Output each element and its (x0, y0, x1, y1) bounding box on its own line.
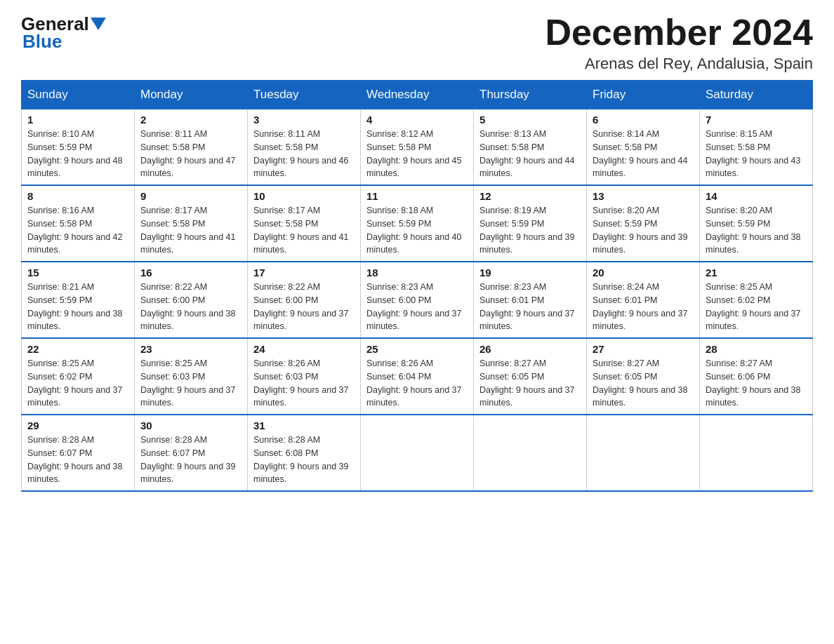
day-info: Sunrise: 8:11 AMSunset: 5:58 PMDaylight:… (253, 128, 355, 180)
day-number: 4 (366, 114, 468, 126)
day-info: Sunrise: 8:16 AMSunset: 5:58 PMDaylight:… (27, 204, 128, 257)
calendar-cell: 3Sunrise: 8:11 AMSunset: 5:58 PMDaylight… (248, 109, 361, 186)
weekday-header-row: SundayMondayTuesdayWednesdayThursdayFrid… (22, 81, 813, 109)
calendar-cell: 9Sunrise: 8:17 AMSunset: 5:58 PMDaylight… (135, 185, 248, 262)
day-number: 23 (140, 343, 241, 355)
weekday-header-wednesday: Wednesday (361, 81, 474, 109)
day-number: 29 (27, 420, 128, 431)
calendar-cell: 5Sunrise: 8:13 AMSunset: 5:58 PMDaylight… (474, 109, 587, 186)
day-number: 7 (706, 114, 807, 126)
day-number: 12 (479, 190, 581, 202)
calendar-cell: 4Sunrise: 8:12 AMSunset: 5:58 PMDaylight… (361, 109, 474, 186)
calendar-cell: 18Sunrise: 8:23 AMSunset: 6:00 PMDayligh… (361, 262, 474, 338)
day-number: 10 (253, 190, 355, 202)
calendar-cell (474, 415, 587, 491)
month-title: December 2024 (545, 14, 813, 51)
calendar-cell: 27Sunrise: 8:27 AMSunset: 6:05 PMDayligh… (587, 338, 700, 415)
day-number: 25 (366, 343, 468, 355)
calendar-cell: 20Sunrise: 8:24 AMSunset: 6:01 PMDayligh… (587, 262, 700, 338)
day-info: Sunrise: 8:26 AMSunset: 6:04 PMDaylight:… (366, 357, 468, 410)
day-info: Sunrise: 8:23 AMSunset: 6:00 PMDaylight:… (366, 281, 468, 333)
day-info: Sunrise: 8:23 AMSunset: 6:01 PMDaylight:… (479, 281, 581, 333)
weekday-header-sunday: Sunday (22, 81, 135, 109)
calendar-cell: 19Sunrise: 8:23 AMSunset: 6:01 PMDayligh… (474, 262, 587, 338)
calendar-cell: 13Sunrise: 8:20 AMSunset: 5:59 PMDayligh… (587, 185, 700, 262)
day-info: Sunrise: 8:25 AMSunset: 6:02 PMDaylight:… (27, 357, 128, 410)
calendar-cell: 16Sunrise: 8:22 AMSunset: 6:00 PMDayligh… (135, 262, 248, 338)
day-number: 26 (479, 343, 581, 355)
calendar-cell: 2Sunrise: 8:11 AMSunset: 5:58 PMDaylight… (135, 109, 248, 186)
weekday-header-friday: Friday (587, 81, 700, 109)
day-info: Sunrise: 8:27 AMSunset: 6:05 PMDaylight:… (479, 357, 581, 410)
day-info: Sunrise: 8:14 AMSunset: 5:58 PMDaylight:… (593, 128, 694, 180)
day-number: 16 (140, 267, 241, 279)
calendar-cell: 28Sunrise: 8:27 AMSunset: 6:06 PMDayligh… (700, 338, 813, 415)
day-number: 27 (593, 343, 694, 355)
calendar-cell: 31Sunrise: 8:28 AMSunset: 6:08 PMDayligh… (248, 415, 361, 491)
calendar-cell: 22Sunrise: 8:25 AMSunset: 6:02 PMDayligh… (22, 338, 135, 415)
weekday-header-tuesday: Tuesday (248, 81, 361, 109)
day-number: 31 (253, 420, 355, 431)
calendar-cell: 12Sunrise: 8:19 AMSunset: 5:59 PMDayligh… (474, 185, 587, 262)
calendar-week-row: 1Sunrise: 8:10 AMSunset: 5:59 PMDaylight… (22, 109, 813, 186)
day-number: 1 (27, 114, 128, 126)
day-info: Sunrise: 8:17 AMSunset: 5:58 PMDaylight:… (140, 204, 241, 257)
day-info: Sunrise: 8:21 AMSunset: 5:59 PMDaylight:… (27, 281, 128, 333)
day-number: 18 (366, 267, 468, 279)
calendar-cell (700, 415, 813, 491)
day-info: Sunrise: 8:22 AMSunset: 6:00 PMDaylight:… (140, 281, 241, 333)
calendar-cell: 10Sunrise: 8:17 AMSunset: 5:58 PMDayligh… (248, 185, 361, 262)
calendar-cell: 6Sunrise: 8:14 AMSunset: 5:58 PMDaylight… (587, 109, 700, 186)
title-block: December 2024 Arenas del Rey, Andalusia,… (545, 14, 813, 73)
calendar-cell: 17Sunrise: 8:22 AMSunset: 6:00 PMDayligh… (248, 262, 361, 338)
calendar-week-row: 8Sunrise: 8:16 AMSunset: 5:58 PMDaylight… (22, 185, 813, 262)
day-info: Sunrise: 8:20 AMSunset: 5:59 PMDaylight:… (706, 204, 807, 257)
day-info: Sunrise: 8:11 AMSunset: 5:58 PMDaylight:… (140, 128, 241, 180)
day-info: Sunrise: 8:20 AMSunset: 5:59 PMDaylight:… (593, 204, 694, 257)
logo: General Blue (21, 14, 106, 51)
svg-marker-0 (91, 18, 106, 30)
calendar-cell: 26Sunrise: 8:27 AMSunset: 6:05 PMDayligh… (474, 338, 587, 415)
day-number: 5 (479, 114, 581, 126)
day-info: Sunrise: 8:12 AMSunset: 5:58 PMDaylight:… (366, 128, 468, 180)
calendar-cell: 14Sunrise: 8:20 AMSunset: 5:59 PMDayligh… (700, 185, 813, 262)
page-header: General Blue December 2024 Arenas del Re… (21, 14, 813, 73)
day-number: 17 (253, 267, 355, 279)
calendar-week-row: 29Sunrise: 8:28 AMSunset: 6:07 PMDayligh… (22, 415, 813, 491)
day-info: Sunrise: 8:25 AMSunset: 6:02 PMDaylight:… (706, 281, 807, 333)
calendar-week-row: 22Sunrise: 8:25 AMSunset: 6:02 PMDayligh… (22, 338, 813, 415)
logo-blue-text: Blue (22, 32, 106, 52)
calendar-cell: 11Sunrise: 8:18 AMSunset: 5:59 PMDayligh… (361, 185, 474, 262)
weekday-header-saturday: Saturday (700, 81, 813, 109)
day-info: Sunrise: 8:13 AMSunset: 5:58 PMDaylight:… (479, 128, 581, 180)
day-info: Sunrise: 8:15 AMSunset: 5:58 PMDaylight:… (706, 128, 807, 180)
day-number: 8 (27, 190, 128, 202)
day-number: 20 (593, 267, 694, 279)
day-info: Sunrise: 8:22 AMSunset: 6:00 PMDaylight:… (253, 281, 355, 333)
calendar-cell: 30Sunrise: 8:28 AMSunset: 6:07 PMDayligh… (135, 415, 248, 491)
calendar-cell: 7Sunrise: 8:15 AMSunset: 5:58 PMDaylight… (700, 109, 813, 186)
day-info: Sunrise: 8:17 AMSunset: 5:58 PMDaylight:… (253, 204, 355, 257)
calendar-cell: 1Sunrise: 8:10 AMSunset: 5:59 PMDaylight… (22, 109, 135, 186)
day-info: Sunrise: 8:26 AMSunset: 6:03 PMDaylight:… (253, 357, 355, 410)
day-info: Sunrise: 8:19 AMSunset: 5:59 PMDaylight:… (479, 204, 581, 257)
calendar-cell (361, 415, 474, 491)
day-number: 22 (27, 343, 128, 355)
day-info: Sunrise: 8:27 AMSunset: 6:05 PMDaylight:… (593, 357, 694, 410)
day-number: 9 (140, 190, 241, 202)
day-info: Sunrise: 8:24 AMSunset: 6:01 PMDaylight:… (593, 281, 694, 333)
day-number: 2 (140, 114, 241, 126)
weekday-header-thursday: Thursday (474, 81, 587, 109)
day-number: 14 (706, 190, 807, 202)
day-number: 3 (253, 114, 355, 126)
day-info: Sunrise: 8:18 AMSunset: 5:59 PMDaylight:… (366, 204, 468, 257)
day-number: 24 (253, 343, 355, 355)
day-number: 15 (27, 267, 128, 279)
calendar-cell (587, 415, 700, 491)
calendar-cell: 15Sunrise: 8:21 AMSunset: 5:59 PMDayligh… (22, 262, 135, 338)
calendar-cell: 29Sunrise: 8:28 AMSunset: 6:07 PMDayligh… (22, 415, 135, 491)
day-number: 6 (593, 114, 694, 126)
day-number: 11 (366, 190, 468, 202)
calendar-cell: 8Sunrise: 8:16 AMSunset: 5:58 PMDaylight… (22, 185, 135, 262)
calendar-cell: 25Sunrise: 8:26 AMSunset: 6:04 PMDayligh… (361, 338, 474, 415)
